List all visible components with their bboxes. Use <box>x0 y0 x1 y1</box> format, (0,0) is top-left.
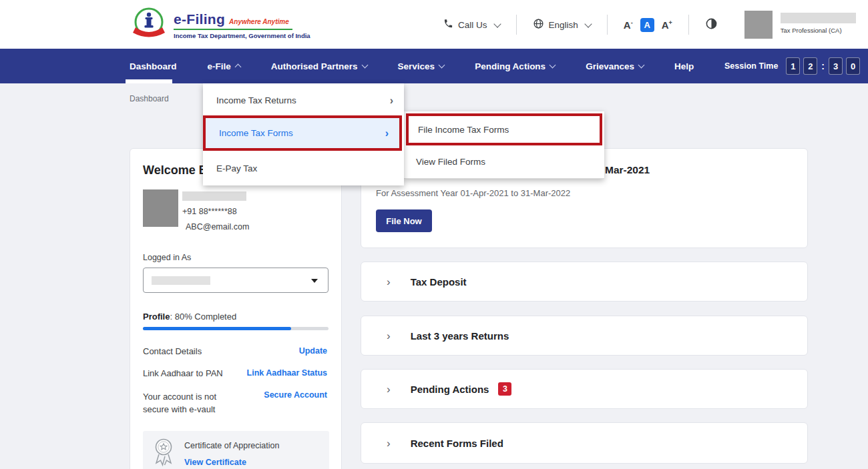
session-timer: Session Time 1 2 : 3 0 <box>724 49 860 83</box>
update-link[interactable]: Update <box>299 346 327 356</box>
user-role-label: Tax Professional (CA) <box>781 27 856 34</box>
logged-in-as-label: Logged in As <box>143 253 191 262</box>
chevron-down-icon <box>439 62 445 69</box>
nav-item-grievances[interactable]: Grievances <box>586 61 644 71</box>
active-tab-indicator <box>126 79 172 83</box>
income-tax-forms-submenu: File Income Tax Forms View Filed Forms <box>404 111 604 179</box>
accordion-tax-deposit[interactable]: › Tax Deposit <box>361 262 808 302</box>
selected-value-redacted <box>152 276 210 285</box>
timer-digit: 3 <box>829 57 843 75</box>
chevron-down-icon <box>638 62 645 69</box>
font-decrease-button[interactable]: A- <box>624 19 633 31</box>
link-aadhaar-status-link[interactable]: Link Aadhaar Status <box>247 368 327 378</box>
file-now-button[interactable]: File Now <box>376 209 432 232</box>
header-controls: Call Us English A- A A+ <box>443 11 856 39</box>
accordion-label: Recent Forms Filed <box>411 438 503 449</box>
brand-text: e-Filing Anywhere Anytime Income Tax Dep… <box>174 11 310 39</box>
nav-item-help[interactable]: Help <box>674 61 694 71</box>
contrast-toggle-icon[interactable] <box>705 17 718 32</box>
font-size-controls: A- A A+ <box>624 18 672 32</box>
profile-phone: +91 88******88 <box>182 207 237 216</box>
call-us-menu[interactable]: Call Us <box>443 19 500 31</box>
chevron-right-icon: › <box>387 276 391 288</box>
profile-progress-fill <box>143 327 291 330</box>
brand-divider <box>174 29 292 30</box>
accordion-last-3-years-returns[interactable]: › Last 3 years Returns <box>361 316 808 356</box>
accordion-pending-actions[interactable]: › Pending Actions 3 <box>361 369 808 409</box>
nav-item-efile[interactable]: e-File <box>208 61 240 71</box>
call-us-label: Call Us <box>458 20 487 30</box>
submenu-item-view-filed-forms[interactable]: View Filed Forms <box>404 146 604 177</box>
certificate-medal-icon <box>151 436 176 469</box>
chevron-down-icon <box>311 279 318 283</box>
brand-tagline: Anywhere Anytime <box>229 18 289 25</box>
assessment-year-line: For Assessment Year 01-Apr-2021 to 31-Ma… <box>376 188 570 198</box>
efiling-portal-page: e-Filing Anywhere Anytime Income Tax Dep… <box>0 0 868 469</box>
brand-name: e-Filing <box>174 11 225 27</box>
accordion-label: Tax Deposit <box>411 276 467 288</box>
nav-item-dashboard[interactable]: Dashboard <box>130 61 177 71</box>
efile-dropdown-menu: Income Tax Returns › Income Tax Forms › … <box>203 83 404 185</box>
phone-icon <box>443 19 453 31</box>
secure-account-link[interactable]: Secure Account <box>264 390 327 416</box>
chevron-down-icon <box>584 20 592 27</box>
chevron-right-icon: › <box>390 95 393 107</box>
user-name-redacted <box>781 13 856 23</box>
divider <box>516 15 517 35</box>
menu-item-label: E-Pay Tax <box>216 163 257 173</box>
pending-actions-count-badge: 3 <box>498 382 511 396</box>
view-certificate-link[interactable]: View Certificate <box>184 458 246 467</box>
divider <box>607 15 608 35</box>
certificate-box: Certificate of Appreciation View Certifi… <box>143 431 329 469</box>
session-time-label: Session Time <box>724 61 778 71</box>
font-increase-button[interactable]: A+ <box>662 19 672 31</box>
divider <box>688 15 689 35</box>
submenu-item-label: View Filed Forms <box>416 157 485 167</box>
brand-department: Income Tax Department, Government of Ind… <box>174 32 310 39</box>
submenu-item-file-income-tax-forms[interactable]: File Income Tax Forms <box>406 113 602 145</box>
chevron-down-icon <box>493 20 501 27</box>
link-aadhaar-label: Link Aadhaar to PAN <box>143 368 223 378</box>
timer-colon: : <box>821 61 825 71</box>
globe-icon <box>533 18 544 31</box>
chevron-right-icon: › <box>387 330 391 342</box>
font-default-button[interactable]: A <box>640 18 654 32</box>
timer-digit: 0 <box>846 57 860 75</box>
menu-item-income-tax-returns[interactable]: Income Tax Returns › <box>203 83 404 117</box>
menu-item-label: Income Tax Returns <box>216 95 296 105</box>
top-header: e-Filing Anywhere Anytime Income Tax Dep… <box>0 0 868 49</box>
profile-avatar <box>143 189 178 227</box>
accordion-label: Last 3 years Returns <box>411 330 509 342</box>
breadcrumb: Dashboard <box>130 94 169 103</box>
timer-digit: 1 <box>786 57 800 75</box>
accordion-recent-forms-filed[interactable]: › Recent Forms Filed <box>361 422 808 464</box>
accordion-label: Pending Actions <box>411 384 489 395</box>
chevron-up-icon <box>234 63 241 70</box>
income-tax-emblem-logo <box>131 5 167 45</box>
language-label: English <box>549 20 578 30</box>
evault-status-label: Your account is not secure with e-vault <box>143 390 243 416</box>
timer-digit: 2 <box>803 57 817 75</box>
profile-progress-bar <box>143 327 329 330</box>
nav-item-pending-actions[interactable]: Pending Actions <box>475 61 555 71</box>
language-menu[interactable]: English <box>533 18 591 31</box>
itr-heading-fragment: Mar-2021 <box>605 164 650 176</box>
logged-in-as-select[interactable] <box>143 268 329 293</box>
user-account-menu[interactable]: Tax Professional (CA) <box>744 11 856 39</box>
main-navbar: Dashboard e-File Authorised Partners Ser… <box>0 49 868 83</box>
profile-completion-label: Profile: 80% Completed <box>143 312 236 322</box>
chevron-right-icon: › <box>387 438 391 449</box>
menu-item-epay-tax[interactable]: E-Pay Tax <box>203 151 404 185</box>
menu-item-income-tax-forms[interactable]: Income Tax Forms › <box>203 115 402 151</box>
certificate-title: Certificate of Appreciation <box>184 441 279 450</box>
profile-card: Welcome B +91 88******88 ABC@email.com L… <box>130 148 342 469</box>
brand-logo: e-Filing Anywhere Anytime Income Tax Dep… <box>131 5 310 45</box>
nav-item-services[interactable]: Services <box>398 61 445 71</box>
chevron-right-icon: › <box>385 127 389 139</box>
submenu-item-label: File Income Tax Forms <box>418 125 509 135</box>
profile-email: ABC@email.com <box>186 222 249 231</box>
nav-item-authorised-partners[interactable]: Authorised Partners <box>271 61 367 71</box>
menu-item-label: Income Tax Forms <box>219 128 293 138</box>
avatar <box>744 11 773 39</box>
chevron-down-icon <box>361 62 368 69</box>
